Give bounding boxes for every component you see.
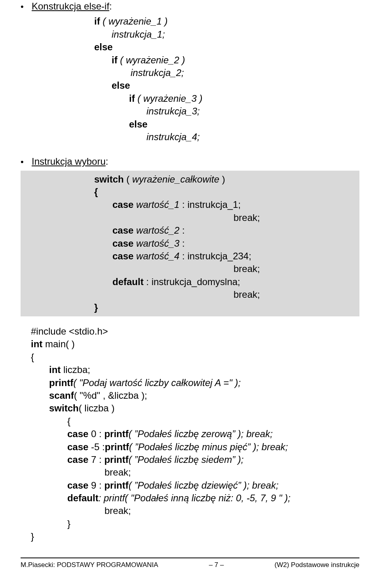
footer-page-number: – 7 – [209, 561, 224, 570]
kw-case: case [67, 480, 88, 491]
kw-case: case [67, 454, 88, 465]
text: ( ”Podałeś liczbę siedem” ); [129, 454, 244, 465]
code-example: #include <stdio.h> int main( ) { int lic… [21, 325, 359, 543]
switch-syntax-box: switch ( wyrażenie_całkowite ) { case wa… [21, 171, 359, 316]
kw-printf: printf [104, 428, 128, 439]
kw-int: int [49, 364, 61, 375]
brace: } [24, 301, 356, 314]
kw-default: default [67, 493, 99, 503]
footer-divider [21, 558, 359, 558]
page-content: • Konstrukcja else-if: if ( wyrażenie_1 … [0, 0, 380, 573]
brace: } [21, 518, 359, 530]
text: ( liczba ) [79, 403, 115, 413]
kw-else: else [21, 118, 359, 131]
kw-else: else [21, 79, 359, 92]
kw-if: if [112, 55, 118, 65]
text: ( [124, 174, 130, 185]
bullet-icon: • [21, 1, 32, 13]
kw-case: case [112, 225, 133, 236]
kw-int: int [31, 339, 42, 349]
text: 7 : [88, 454, 104, 465]
kw-printf: printf [105, 441, 129, 452]
kw-break: break; [24, 263, 356, 275]
colon: : [109, 0, 112, 13]
text: wartość_4 [133, 251, 179, 261]
kw-switch: switch [94, 174, 124, 185]
text: : instrukcja_1; [179, 199, 241, 210]
text: ) [219, 174, 225, 185]
kw-break: break; [21, 466, 359, 479]
kw-else: else [21, 41, 359, 53]
text: wartość_2 [133, 225, 179, 236]
bullet-elseif-label: Konstrukcja else-if [32, 0, 109, 13]
text: main( ) [42, 339, 74, 349]
text: wartość_1 [133, 199, 179, 210]
kw-scanf: scanf [49, 390, 74, 401]
text: ( ”Podałeś liczbę dziewięć” ); break; [129, 480, 279, 491]
brace: } [21, 530, 359, 543]
kw-break: break; [24, 288, 356, 301]
text: instrukcja_2; [21, 67, 359, 79]
bullet-wyboru: • Instrukcja wyboru: [21, 155, 359, 168]
text: : instrukcja_234; [179, 251, 251, 261]
kw-printf: printf [49, 377, 73, 388]
bullet-icon: • [21, 156, 32, 168]
kw-case: case [112, 199, 133, 210]
text: ( ”Podałeś liczbę minus pięć” ); break; [129, 441, 288, 452]
kw-case: case [112, 251, 133, 261]
text: -5 : [88, 441, 104, 452]
footer-right: (W2) Podstawowe instrukcje [275, 561, 359, 570]
text: instrukcja_3; [21, 105, 359, 118]
text: wartość_3 [133, 238, 179, 249]
text: : [179, 225, 184, 236]
kw-printf: printf [104, 454, 128, 465]
brace: { [21, 351, 359, 363]
text: : instrukcja_domyslna; [144, 276, 240, 287]
kw-if: if [94, 16, 100, 27]
kw-printf: printf [104, 480, 128, 491]
elseif-block: if ( wyrażenie_1 ) instrukcja_1; else if… [21, 15, 359, 143]
include: #include <stdio.h> [21, 325, 359, 338]
text: ( ”Podałeś liczbę zerową” ); break; [129, 428, 273, 439]
kw-break: break; [24, 211, 356, 224]
kw-case: case [67, 428, 88, 439]
text: 0 : [88, 428, 104, 439]
text: 9 : [88, 480, 104, 491]
kw-switch: switch [49, 403, 79, 413]
text: : printf( "Podałeś inną liczbę niż: 0, -… [99, 493, 291, 503]
footer-left: M.Piasecki: PODSTAWY PROGRAMOWANIA [21, 561, 158, 570]
brace: { [24, 186, 356, 198]
page-footer: M.Piasecki: PODSTAWY PROGRAMOWANIA – 7 –… [21, 561, 359, 573]
text: : [179, 238, 184, 249]
text: ( "%d" , &liczba ); [74, 390, 147, 401]
text: ( "Podaj wartość liczby całkowitej A =" … [73, 377, 241, 388]
bullet-elseif: • Konstrukcja else-if: [21, 0, 359, 13]
kw-break: break; [21, 504, 359, 517]
kw-default: default [112, 276, 144, 287]
brace: { [21, 415, 359, 428]
kw-if: if [129, 93, 135, 104]
text: liczba; [61, 364, 90, 375]
bullet-wyboru-label: Instrukcja wyboru [32, 155, 106, 168]
text: instrukcja_4; [21, 131, 359, 143]
text: ( wyrażenie_1 ) [100, 16, 168, 27]
colon: : [106, 155, 108, 168]
text: instrukcja_1; [21, 28, 359, 41]
text: ( wyrażenie_2 ) [118, 55, 185, 65]
text: ( wyrażenie_3 ) [135, 93, 203, 104]
kw-case: case [112, 238, 133, 249]
kw-case: case [67, 441, 88, 452]
text: wyrażenie_całkowite [129, 174, 219, 185]
